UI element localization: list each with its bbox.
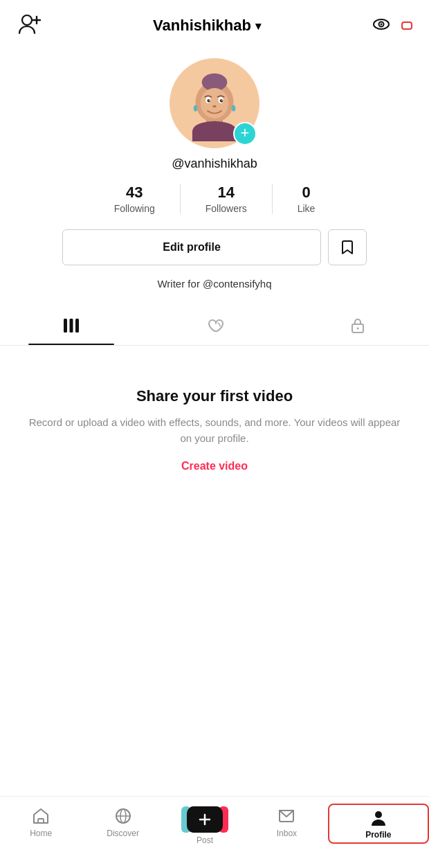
post-label: Post — [197, 835, 213, 845]
bookmark-icon — [339, 239, 356, 256]
header: Vanhishikhab ▾ — [0, 0, 429, 51]
svg-point-20 — [212, 105, 217, 108]
nav-inbox[interactable]: Inbox — [246, 804, 327, 838]
eye-icon[interactable] — [371, 14, 392, 37]
svg-point-21 — [194, 105, 198, 112]
discover-label: Discover — [107, 829, 139, 838]
username-title: Vanhishikhab — [153, 17, 251, 35]
tab-videos[interactable] — [0, 305, 143, 345]
header-left — [17, 11, 43, 40]
svg-point-19 — [221, 100, 223, 101]
svg-point-5 — [380, 24, 382, 26]
svg-point-18 — [209, 100, 210, 101]
following-stat[interactable]: 43 Following — [89, 184, 181, 214]
chevron-icon: ▾ — [255, 19, 261, 33]
svg-point-0 — [22, 15, 32, 25]
svg-rect-25 — [75, 319, 79, 333]
menu-button[interactable] — [401, 21, 412, 30]
profile-section: + @vanhishikhab 43 Following 14 Follower… — [0, 51, 429, 305]
liked-icon — [205, 316, 224, 335]
post-plus-icon — [197, 812, 212, 827]
inbox-label: Inbox — [277, 829, 297, 838]
action-row: Edit profile — [62, 229, 367, 265]
header-right — [371, 14, 412, 37]
inbox-icon — [277, 806, 296, 826]
followers-label: Followers — [206, 203, 247, 214]
following-count: 43 — [126, 184, 143, 202]
empty-title: Share your first video — [136, 387, 293, 405]
post-button[interactable] — [187, 806, 223, 833]
svg-point-17 — [220, 99, 223, 103]
likes-label: Like — [298, 203, 316, 214]
lock-icon — [348, 316, 367, 335]
tab-private[interactable] — [286, 305, 429, 345]
followers-stat[interactable]: 14 Followers — [181, 184, 273, 214]
followers-count: 14 — [217, 184, 234, 202]
nav-post[interactable]: Post — [164, 804, 246, 845]
bookmark-button[interactable] — [328, 229, 367, 265]
avatar-container: + — [170, 58, 259, 148]
profile-username: @vanhishikhab — [172, 157, 257, 171]
bottom-nav: Home Discover Post Inbox — [0, 796, 429, 868]
empty-state: Share your first video Record or upload … — [0, 346, 429, 472]
bio: Writer for @contensifyhq — [157, 278, 271, 290]
home-icon — [31, 806, 51, 826]
home-label: Home — [30, 829, 52, 838]
videos-icon — [62, 316, 81, 335]
svg-point-34 — [375, 811, 382, 818]
svg-rect-24 — [70, 319, 73, 333]
empty-description: Record or upload a video with effects, s… — [28, 415, 401, 446]
nav-profile[interactable]: Profile — [328, 804, 429, 844]
nav-home[interactable]: Home — [0, 804, 82, 838]
edit-profile-button[interactable]: Edit profile — [62, 229, 321, 265]
tabs-row — [0, 305, 429, 346]
stats-row: 43 Following 14 Followers 0 Like — [89, 184, 340, 214]
svg-point-16 — [207, 99, 210, 103]
header-title[interactable]: Vanhishikhab ▾ — [153, 17, 261, 35]
profile-label: Profile — [365, 830, 391, 840]
discover-icon — [113, 806, 133, 826]
create-video-link[interactable]: Create video — [181, 460, 248, 472]
svg-rect-23 — [64, 319, 67, 333]
svg-point-22 — [232, 105, 236, 112]
tab-liked[interactable] — [143, 305, 286, 345]
likes-count: 0 — [302, 184, 310, 202]
nav-discover[interactable]: Discover — [82, 804, 163, 838]
svg-point-27 — [356, 328, 358, 330]
plus-icon: + — [241, 125, 250, 141]
following-label: Following — [114, 203, 155, 214]
add-user-icon[interactable] — [17, 11, 43, 40]
profile-icon — [369, 808, 388, 827]
likes-stat[interactable]: 0 Like — [273, 184, 340, 214]
avatar-plus-button[interactable]: + — [233, 122, 257, 145]
